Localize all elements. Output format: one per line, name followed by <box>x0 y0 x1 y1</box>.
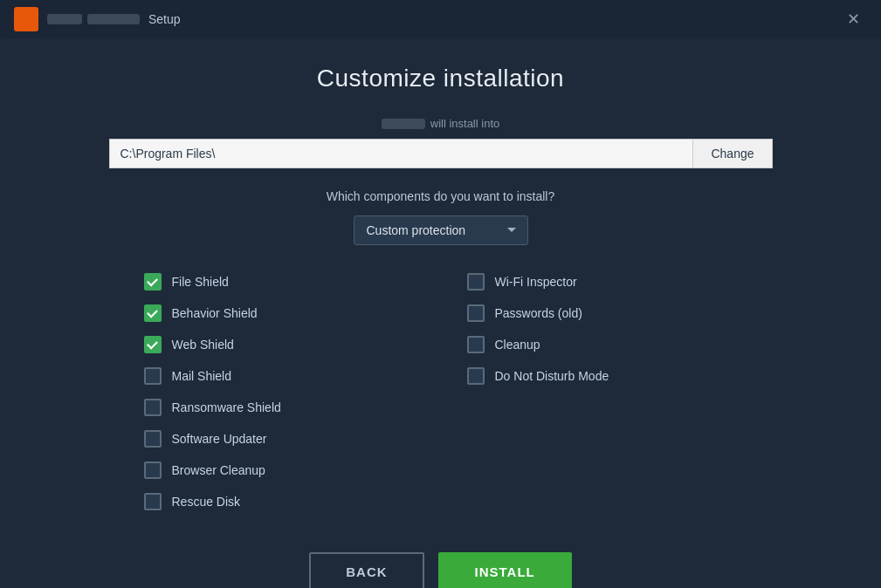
checkbox-web-shield-label: Web Shield <box>172 338 234 352</box>
checkboxes-grid: File Shield Wi-Fi Inspector Behavior Shi… <box>144 266 738 517</box>
checkbox-cleanup-label: Cleanup <box>495 338 540 352</box>
checkbox-passwords-old[interactable]: Passwords (old) <box>467 297 738 329</box>
checkbox-cleanup[interactable]: Cleanup <box>467 329 738 360</box>
checkbox-passwords-old-label: Passwords (old) <box>495 306 582 320</box>
checkbox-software-updater[interactable]: Software Updater <box>144 423 415 455</box>
checkbox-do-not-disturb-box <box>467 367 485 385</box>
checkbox-file-shield-label: File Shield <box>172 275 229 289</box>
empty-cell-3 <box>467 455 738 486</box>
titlebar: Setup ✕ <box>0 0 881 38</box>
checkbox-passwords-old-box <box>467 304 485 322</box>
install-into-label: will install into <box>109 117 773 130</box>
empty-cell-4 <box>467 486 738 517</box>
checkbox-ransomware-shield-box <box>144 399 162 416</box>
empty-cell-2 <box>467 423 738 455</box>
title-blur-2 <box>87 14 140 24</box>
app-name-blur <box>382 119 425 129</box>
checkbox-browser-cleanup[interactable]: Browser Cleanup <box>144 455 415 486</box>
checkbox-rescue-disk-box <box>144 493 162 510</box>
checkbox-browser-cleanup-box <box>144 462 162 479</box>
install-path-input[interactable] <box>109 139 693 168</box>
checkbox-ransomware-shield[interactable]: Ransomware Shield <box>144 392 415 423</box>
checkbox-do-not-disturb[interactable]: Do Not Disturb Mode <box>467 360 738 392</box>
checkbox-wifi-inspector-label: Wi-Fi Inspector <box>495 275 577 289</box>
install-into-text: will install into <box>430 117 499 130</box>
checkbox-mail-shield-box <box>144 367 162 385</box>
change-button[interactable]: Change <box>692 139 772 168</box>
checkbox-web-shield-box <box>144 336 162 353</box>
checkbox-rescue-disk-label: Rescue Disk <box>172 495 241 509</box>
path-row: Change <box>109 139 773 168</box>
install-path-section: will install into Change <box>109 117 773 168</box>
main-content: Customize installation will install into… <box>0 38 881 588</box>
checkbox-wifi-inspector-box <box>467 273 485 291</box>
app-logo <box>14 7 38 31</box>
page-title: Customize installation <box>317 65 564 92</box>
checkbox-behavior-shield-label: Behavior Shield <box>172 306 258 320</box>
install-button[interactable]: INSTALL <box>438 552 572 588</box>
title-blur-1 <box>47 14 82 24</box>
components-section: Which components do you want to install?… <box>109 189 773 517</box>
checkbox-software-updater-box <box>144 430 162 448</box>
checkbox-rescue-disk[interactable]: Rescue Disk <box>144 486 415 517</box>
checkbox-file-shield[interactable]: File Shield <box>144 266 415 297</box>
checkbox-mail-shield-label: Mail Shield <box>172 369 231 383</box>
titlebar-app-name: Setup <box>148 12 181 26</box>
checkbox-do-not-disturb-label: Do Not Disturb Mode <box>495 369 609 383</box>
checkbox-cleanup-box <box>467 336 485 353</box>
checkbox-behavior-shield-box <box>144 304 162 322</box>
checkbox-file-shield-box <box>144 273 162 291</box>
empty-cell-1 <box>467 392 738 423</box>
checkbox-software-updater-label: Software Updater <box>172 432 267 446</box>
checkbox-wifi-inspector[interactable]: Wi-Fi Inspector <box>467 266 738 297</box>
components-label: Which components do you want to install? <box>109 189 773 203</box>
protection-dropdown[interactable]: Custom protection Full protection Minima… <box>354 215 528 245</box>
dropdown-wrapper: Custom protection Full protection Minima… <box>109 215 773 245</box>
titlebar-left: Setup <box>14 7 181 31</box>
back-button[interactable]: BACK <box>309 552 423 588</box>
checkbox-web-shield[interactable]: Web Shield <box>144 329 415 360</box>
titlebar-title-blurred <box>47 14 140 24</box>
footer-buttons: BACK INSTALL <box>309 535 572 588</box>
checkbox-behavior-shield[interactable]: Behavior Shield <box>144 297 415 329</box>
checkbox-mail-shield[interactable]: Mail Shield <box>144 360 415 392</box>
close-button[interactable]: ✕ <box>840 8 867 31</box>
checkbox-ransomware-shield-label: Ransomware Shield <box>172 400 281 414</box>
checkbox-browser-cleanup-label: Browser Cleanup <box>172 463 265 477</box>
